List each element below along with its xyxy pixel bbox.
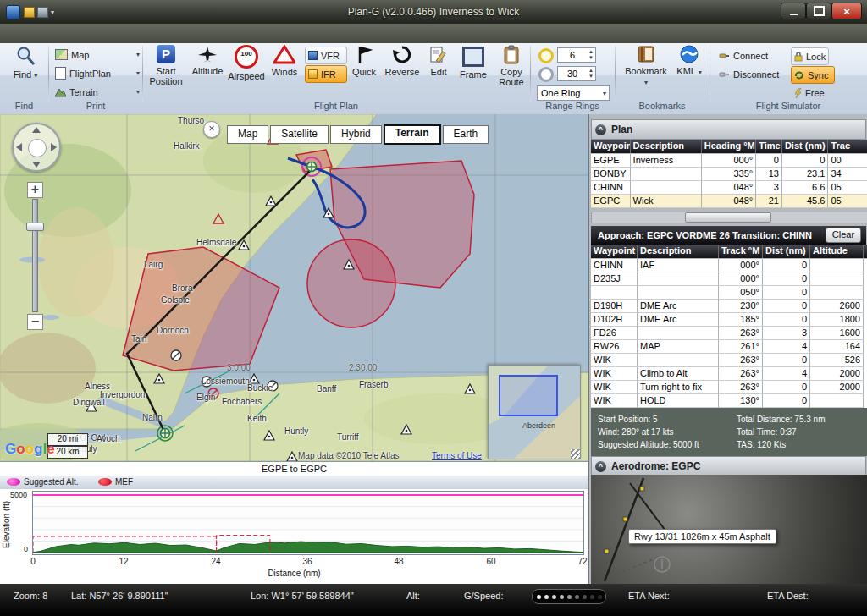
table-row[interactable]: WIKTurn right to fix263°02000 xyxy=(591,381,867,394)
zoom-slider-thumb[interactable] xyxy=(26,223,44,231)
start-position-button[interactable]: P Start Position xyxy=(146,45,186,99)
pan-up-icon[interactable] xyxy=(32,127,41,133)
pan-hand-icon[interactable] xyxy=(28,139,47,157)
map-type-map[interactable]: Map xyxy=(227,125,268,144)
table-row[interactable]: WIKHOLD130°0 xyxy=(591,394,867,408)
connect-button[interactable]: Connect xyxy=(716,47,770,63)
start-position-icon: P xyxy=(157,45,175,63)
inset-view-rect[interactable] xyxy=(499,375,558,416)
spinner-arrows-icon[interactable]: ▲▼ xyxy=(587,68,595,80)
free-button[interactable]: Free xyxy=(791,85,827,101)
map-clear-button[interactable]: × xyxy=(203,121,220,138)
map-type-hybrid[interactable]: Hybrid xyxy=(330,125,382,144)
disconnect-icon xyxy=(719,69,730,80)
application-window: ▾ Plan-G (v2.0.0.466) Inverness to Wick … xyxy=(0,0,867,616)
x-tick: 72 xyxy=(577,557,587,566)
sync-button[interactable]: Sync xyxy=(791,66,835,84)
ring-count-spinner[interactable]: 6▲▼ xyxy=(557,47,596,63)
activity-indicator xyxy=(532,589,606,604)
vfr-button[interactable]: VFR xyxy=(305,47,347,64)
close-button[interactable]: × xyxy=(831,3,862,19)
altitude-button[interactable]: Altitude xyxy=(190,45,225,99)
edit-button[interactable]: Edit xyxy=(423,45,454,99)
collapse-icon[interactable]: ^ xyxy=(595,461,606,472)
ring-count-icon xyxy=(538,48,554,63)
ifr-button[interactable]: IFR xyxy=(305,65,347,83)
table-row[interactable]: WIKClimb to Alt263°42000 xyxy=(591,367,867,381)
quick-button[interactable]: Quick xyxy=(347,45,381,99)
find-button[interactable]: Find ▾ xyxy=(7,45,44,99)
aerodrome-diagram[interactable]: Rwy 13/31 1826m x 45m Asphalt xyxy=(591,475,867,584)
print-flightplan-button[interactable]: FlightPlan▾ xyxy=(52,65,142,81)
maximize-icon xyxy=(814,6,825,16)
table-row[interactable]: CHINN048°36.605 xyxy=(591,181,867,195)
print-map-button[interactable]: Map▾ xyxy=(52,47,142,63)
plan-hscrollbar[interactable] xyxy=(591,212,867,223)
table-row[interactable]: 050°0 xyxy=(591,286,867,300)
table-row[interactable]: FD26263°31600 xyxy=(591,327,867,340)
table-row[interactable]: BONBY335°1323.134 xyxy=(591,168,867,181)
x-tick: 24 xyxy=(211,557,220,566)
disconnect-button[interactable]: Disconnect xyxy=(716,66,781,82)
table-row[interactable]: EGPEInverness000°0000 xyxy=(591,154,867,168)
mef-swatch xyxy=(98,478,112,486)
title-bar[interactable]: ▾ Plan-G (v2.0.0.466) Inverness to Wick … xyxy=(0,0,867,25)
reverse-icon xyxy=(392,45,412,64)
map-place-label: Lossiemouth xyxy=(202,377,250,386)
print-terrain-button[interactable]: Terrain▾ xyxy=(52,84,142,100)
scrollbar-thumb[interactable] xyxy=(685,212,771,223)
table-row[interactable]: D102HDME Arc185°01800 xyxy=(591,313,867,327)
table-row[interactable]: CHINNIAF000°0 xyxy=(591,259,867,272)
map-type-terrain[interactable]: Terrain xyxy=(384,124,441,145)
collapse-icon[interactable]: ^ xyxy=(595,124,606,135)
frame-button[interactable]: Frame xyxy=(456,45,491,99)
table-row[interactable]: D235J000°0 xyxy=(591,272,867,286)
map-place-label: Turriff xyxy=(337,432,359,442)
plan-section-header[interactable]: ^ Plan xyxy=(591,119,866,140)
lock-button[interactable]: Lock xyxy=(791,47,829,65)
kml-button[interactable]: KML ▾ xyxy=(672,45,706,99)
zoom-in-button[interactable]: + xyxy=(27,182,43,198)
map-type-earth[interactable]: Earth xyxy=(443,125,489,144)
spinner-arrows-icon[interactable]: ▲▼ xyxy=(587,49,595,61)
table-row[interactable]: WIK263°0526 xyxy=(591,354,867,367)
aerodrome-section-header[interactable]: ^ Aerodrome: EGPC xyxy=(591,456,866,476)
plus-icon: + xyxy=(31,182,39,196)
winds-button[interactable]: Winds xyxy=(268,45,301,99)
resize-handle-icon[interactable] xyxy=(571,449,580,459)
altitude-icon xyxy=(196,45,218,63)
airspeed-button[interactable]: 100 Airspeed xyxy=(227,45,266,99)
pan-control[interactable] xyxy=(12,123,61,172)
table-row[interactable]: RW26MAP261°4164 xyxy=(591,340,867,354)
zoom-slider-track[interactable] xyxy=(32,199,38,312)
status-zoom: Zoom: 8 xyxy=(14,591,47,601)
pan-right-icon[interactable] xyxy=(51,143,57,151)
copy-route-button[interactable]: Copy Route xyxy=(493,45,530,99)
graticule-label: 3:0.00 xyxy=(227,363,251,372)
terms-link[interactable]: Terms of Use xyxy=(432,451,482,460)
map-place-label: Avoch xyxy=(97,434,120,443)
map-type-satellite[interactable]: Satellite xyxy=(270,125,329,144)
free-icon xyxy=(793,88,802,98)
table-row-selected[interactable]: EGPCWick048°2145.605 xyxy=(591,195,867,208)
ring-mode-dropdown[interactable]: One Ring▾ xyxy=(537,85,610,101)
pan-down-icon[interactable] xyxy=(32,162,41,168)
reverse-button[interactable]: Reverse xyxy=(383,45,422,99)
bookmark-button[interactable]: Bookmark ▾ xyxy=(623,45,669,99)
pan-left-icon[interactable] xyxy=(16,143,22,151)
overview-inset[interactable]: Aberdeen xyxy=(488,365,581,459)
map-place-label: Thurso xyxy=(178,116,204,125)
zoom-out-button[interactable]: − xyxy=(27,314,43,330)
map-viewport[interactable]: Halkirk Helmsdale Lairg Brora Golspie Do… xyxy=(0,114,588,461)
approach-table-header: Waypoint Description Track °M Dist (nm) … xyxy=(591,245,867,258)
map-place-label: Buckie xyxy=(247,383,273,393)
elevation-profile-panel: EGPE to EGPC Suggested Alt. MEF Elevatio… xyxy=(0,461,588,585)
graticule-label: 2:30.00 xyxy=(349,363,377,372)
minimize-button[interactable] xyxy=(781,3,806,19)
x-tick: 48 xyxy=(394,557,403,566)
clear-approach-button[interactable]: Clear xyxy=(826,228,861,243)
table-row[interactable]: D190HDME Arc230°02600 xyxy=(591,300,867,313)
x-axis-label: Distance (nm) xyxy=(0,569,588,578)
maximize-button[interactable] xyxy=(806,3,831,19)
ring-spacing-spinner[interactable]: 30▲▼ xyxy=(557,66,596,81)
